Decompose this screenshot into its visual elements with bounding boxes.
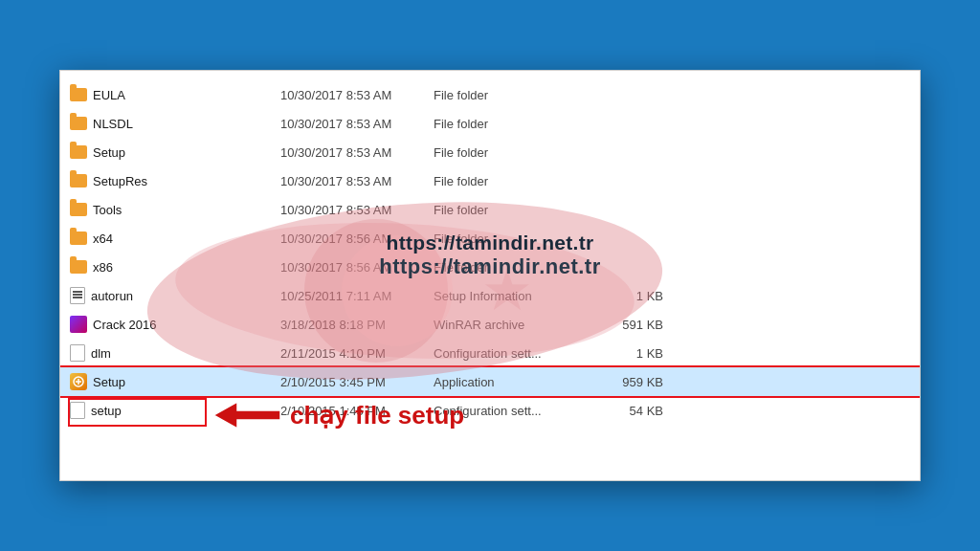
file-name-label: x86 bbox=[93, 260, 113, 275]
list-item[interactable]: EULA 10/30/2017 8:53 AM File folder bbox=[60, 80, 920, 109]
file-date: 10/30/2017 8:53 AM bbox=[280, 117, 434, 131]
winrar-icon bbox=[70, 316, 87, 333]
config-icon bbox=[70, 344, 85, 362]
arrow-icon bbox=[209, 398, 285, 432]
file-name-label: setup bbox=[91, 404, 122, 418]
annotation-container: chạy file setup bbox=[209, 398, 464, 432]
file-name-label: Tools bbox=[93, 203, 122, 217]
file-name-label: autorun bbox=[91, 289, 133, 303]
folder-icon bbox=[70, 260, 87, 274]
folder-icon bbox=[70, 88, 87, 101]
app-icon-svg bbox=[72, 375, 85, 388]
folder-icon bbox=[70, 231, 87, 245]
annotation-label: chạy file setup bbox=[290, 401, 464, 430]
file-type: File folder bbox=[434, 117, 587, 131]
config-icon bbox=[70, 402, 85, 419]
file-type: File folder bbox=[434, 145, 587, 160]
folder-icon bbox=[70, 203, 87, 216]
file-name-label: x64 bbox=[93, 231, 113, 246]
list-item[interactable]: Setup 10/30/2017 8:53 AM File folder bbox=[60, 138, 920, 166]
file-name: Setup bbox=[70, 145, 280, 160]
setup-info-icon bbox=[70, 287, 85, 304]
folder-icon bbox=[70, 145, 87, 159]
list-item[interactable]: NLSDL 10/30/2017 8:53 AM File folder bbox=[60, 109, 920, 138]
svg-point-3 bbox=[342, 235, 453, 346]
brush-stroke-bg: ★ bbox=[137, 186, 673, 396]
file-name: EULA bbox=[70, 88, 280, 102]
folder-icon bbox=[70, 117, 87, 130]
folder-icon bbox=[70, 174, 87, 187]
file-type: File folder bbox=[434, 88, 587, 102]
application-icon bbox=[70, 373, 87, 390]
file-name-label: NLSDL bbox=[93, 117, 133, 131]
file-date: 10/30/2017 8:53 AM bbox=[280, 88, 434, 102]
file-size: 54 KB bbox=[587, 404, 663, 418]
file-explorer-window: ★ https://tamindir.net.tr EULA 10/30/201… bbox=[59, 70, 921, 481]
file-name-label: EULA bbox=[93, 88, 125, 102]
svg-marker-6 bbox=[213, 402, 280, 429]
file-date: 10/30/2017 8:53 AM bbox=[280, 145, 434, 160]
file-name-label: Setup bbox=[93, 145, 125, 160]
list-item[interactable]: setup 2/10/2015 1:45 PM Configuration se… bbox=[60, 396, 920, 425]
file-name-label: Setup bbox=[93, 375, 125, 389]
file-name-label: dlm bbox=[91, 346, 111, 361]
svg-text:★: ★ bbox=[481, 258, 533, 322]
file-name: NLSDL bbox=[70, 117, 280, 131]
